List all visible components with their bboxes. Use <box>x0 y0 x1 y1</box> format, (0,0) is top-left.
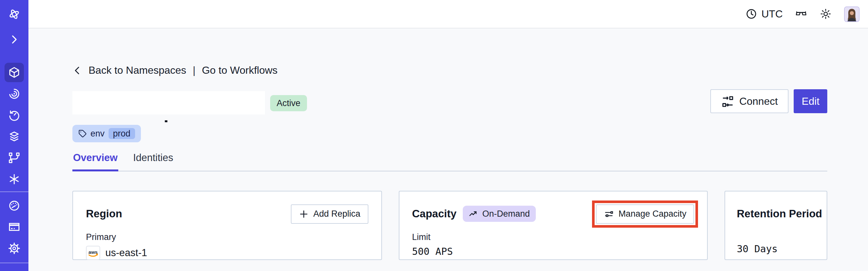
tabs: Overview Identities <box>72 152 827 171</box>
retention-card: Retention Period 30 Days <box>724 190 827 260</box>
overview-cards: Region Add Replica Primary aws <box>72 190 827 260</box>
sliders-icon <box>603 209 614 219</box>
tab-overview[interactable]: Overview <box>72 152 118 171</box>
schedules-history-icon <box>8 109 21 122</box>
region-card: Region Add Replica Primary aws <box>72 190 382 260</box>
plus-icon <box>298 209 309 219</box>
expand-sidebar-chevron-icon[interactable] <box>4 30 24 49</box>
sidebar <box>0 0 28 271</box>
manage-capacity-label: Manage Capacity <box>619 209 686 219</box>
status-badge: Active <box>270 95 307 111</box>
connect-flow-icon <box>721 95 734 108</box>
breadcrumb: Back to Namespaces | Go to Workflows <box>72 65 827 76</box>
sidebar-item-schedules[interactable] <box>4 106 24 125</box>
deployments-layers-icon <box>8 130 21 143</box>
nexus-asterisk-icon <box>8 173 21 186</box>
namespace-tag-chip: env prod <box>72 125 141 142</box>
sidebar-item-batch-operations[interactable] <box>4 148 24 168</box>
annotation-highlight-ring: Manage Capacity <box>592 200 698 227</box>
limit-label: Limit <box>412 232 694 242</box>
sidebar-nav <box>4 63 24 189</box>
glasses-icon <box>795 8 807 20</box>
add-replica-label: Add Replica <box>313 209 360 219</box>
header-actions: Connect Edit <box>710 89 827 113</box>
region-value: us-east-1 <box>105 247 147 259</box>
tag-key: env <box>91 129 105 139</box>
namespaces-cube-icon <box>8 66 21 79</box>
theme-toggle-button[interactable] <box>819 8 832 20</box>
region-card-title: Region <box>86 208 122 220</box>
tab-identities[interactable]: Identities <box>132 152 174 171</box>
sidebar-divider <box>0 263 28 263</box>
sidebar-item-nexus[interactable] <box>4 170 24 189</box>
sidebar-item-usage[interactable] <box>4 196 24 215</box>
sidebar-item-workflows[interactable] <box>4 84 24 103</box>
sidebar-item-account[interactable] <box>4 267 24 271</box>
sun-icon <box>819 8 832 20</box>
edit-button[interactable]: Edit <box>794 89 827 113</box>
trend-up-icon <box>469 209 478 219</box>
on-demand-badge: On-Demand <box>463 206 536 222</box>
capacity-card-title: Capacity <box>412 208 457 220</box>
sidebar-divider <box>0 191 28 192</box>
primary-label: Primary <box>86 232 368 242</box>
timezone-button[interactable]: UTC <box>745 8 783 20</box>
retention-value: 30 Days <box>737 243 777 254</box>
retention-card-title: Retention Period <box>737 208 822 220</box>
sidebar-item-settings[interactable] <box>4 239 24 258</box>
tag-value: prod <box>108 128 135 139</box>
back-to-namespaces-link[interactable]: Back to Namespaces <box>89 65 186 76</box>
settings-gear-icon <box>8 242 21 255</box>
sidebar-bottom <box>0 189 28 271</box>
billing-card-icon <box>8 220 21 234</box>
namespace-header: Active Connect Edit <box>72 91 827 115</box>
connect-button-label: Connect <box>739 95 778 107</box>
breadcrumb-separator: | <box>192 65 196 76</box>
on-demand-label: On-Demand <box>483 209 530 219</box>
add-replica-button[interactable]: Add Replica <box>290 204 368 223</box>
connect-button[interactable]: Connect <box>710 89 789 113</box>
capacity-card: Capacity On-Demand <box>399 190 708 260</box>
usage-gauge-icon <box>8 199 21 212</box>
namespace-title-redacted <box>72 91 265 115</box>
edit-button-label: Edit <box>802 95 819 107</box>
temporal-logo-icon[interactable] <box>4 4 24 24</box>
tag-icon <box>78 129 87 138</box>
sidebar-item-namespaces[interactable] <box>4 63 24 82</box>
manage-capacity-button[interactable]: Manage Capacity <box>596 204 694 223</box>
clock-icon <box>745 8 757 20</box>
workflows-spiral-icon <box>8 87 21 100</box>
sidebar-item-billing[interactable] <box>4 217 24 237</box>
labs-toggle-button[interactable] <box>795 8 807 20</box>
aws-provider-icon: aws <box>86 245 100 260</box>
topbar: UTC <box>28 0 868 28</box>
timezone-label: UTC <box>762 8 783 20</box>
main-content: Back to Namespaces | Go to Workflows Act… <box>28 28 868 271</box>
go-to-workflows-link[interactable]: Go to Workflows <box>202 65 278 76</box>
user-avatar[interactable] <box>844 6 860 22</box>
limit-value: 500 APS <box>412 245 453 257</box>
avatar-image <box>845 7 859 21</box>
batch-branch-icon <box>8 151 21 164</box>
tags-row: env prod <box>72 125 827 142</box>
sidebar-item-deployments[interactable] <box>4 127 24 146</box>
app: UTC <box>0 0 868 271</box>
redaction-artifact-dot <box>165 120 167 122</box>
back-chevron-icon[interactable] <box>72 65 83 76</box>
